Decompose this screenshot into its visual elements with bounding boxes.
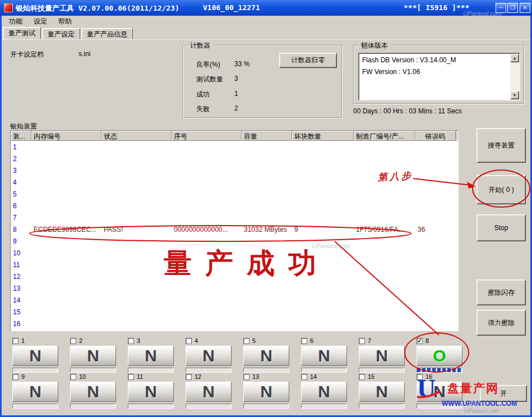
port-progress-bar (12, 404, 58, 409)
port-checkbox-14[interactable] (301, 374, 307, 380)
header-capacity[interactable]: 容量 (242, 131, 292, 141)
table-cell: 31032 MBytes (242, 226, 292, 233)
port-status-plate: N (186, 346, 232, 366)
table-row[interactable]: 10 (11, 247, 458, 259)
close-icon[interactable]: ✕ (520, 3, 530, 13)
table-row[interactable]: 8ECDEDE9898CEC...PASS!0000000000000...31… (11, 223, 458, 235)
config-file-label: 开卡设定档 (10, 50, 44, 59)
window-title: 银灿科技量产工具 V2.07.00.06(2011/12/23) (16, 3, 179, 13)
tab-production-settings[interactable]: 量产设定 (42, 28, 80, 39)
row-number: 14 (11, 296, 31, 304)
maximize-icon[interactable]: ❐ (507, 3, 518, 13)
tab-production-test[interactable]: 量产测试 (3, 27, 41, 39)
table-row[interactable]: 2 (11, 153, 458, 164)
header-bad-blocks[interactable]: 坏块数量 (292, 131, 354, 141)
search-device-button[interactable]: 搜寻装置 (477, 128, 526, 163)
table-row[interactable]: 16 (11, 318, 458, 329)
port-checkbox-16[interactable] (417, 374, 423, 380)
tab-strip: 量产测试 量产设定 量产产品信息 (3, 27, 134, 39)
port-progress-bar (417, 404, 462, 409)
minimize-icon[interactable]: ─ (496, 3, 506, 13)
port-checkbox-13[interactable] (243, 374, 249, 380)
port-checkbox-15[interactable] (359, 374, 365, 380)
table-row[interactable]: 13 (11, 282, 458, 294)
table-row[interactable]: 15 (11, 306, 458, 318)
table-row[interactable]: 1 (11, 141, 458, 153)
erase-flash-button[interactable]: 擦除闪存 (477, 279, 526, 305)
table-row[interactable]: 5 (11, 188, 458, 200)
scroll-up-icon[interactable]: ▲ (510, 54, 519, 62)
header-serial[interactable]: 序号 (172, 131, 242, 141)
config-file-value: s.ini (78, 50, 90, 58)
port-status-letter: N (29, 346, 41, 365)
table-row[interactable]: 9 (11, 235, 458, 247)
window-border-left (0, 16, 2, 417)
table-row[interactable]: 14 (11, 294, 458, 306)
header-error-code[interactable]: 错误码 (415, 131, 456, 141)
row-number: 3 (11, 167, 31, 175)
table-row[interactable]: 7 (11, 212, 458, 223)
menu-item-help[interactable]: 帮助 (53, 16, 77, 28)
header-status[interactable]: 状态 (101, 131, 172, 141)
table-row[interactable]: 4 (11, 176, 458, 188)
row-number: 4 (11, 178, 31, 186)
port-status-letter: O (433, 346, 446, 365)
port-progress-bar (301, 368, 347, 373)
stop-button[interactable]: Stop (477, 214, 526, 241)
port-progress-bar (359, 404, 405, 409)
table-row[interactable]: 11 (11, 259, 458, 271)
row-number: 11 (11, 261, 31, 269)
header-vendor-id[interactable]: 制造厂编号/产... (354, 131, 415, 141)
header-memory-id[interactable]: 内存编号 (31, 131, 101, 141)
row-number: 2 (11, 155, 31, 163)
port-progress-bar (70, 404, 116, 409)
tested-count-value: 3 (234, 75, 238, 83)
table-row[interactable]: 3 (11, 164, 458, 176)
port-checkbox-2[interactable] (70, 338, 76, 344)
table-row[interactable]: 12 (11, 271, 458, 282)
port-status-letter: N (376, 346, 388, 365)
port-checkbox-10[interactable] (70, 374, 76, 380)
port-checkbox-3[interactable] (128, 338, 134, 344)
port-number: 12 (195, 373, 201, 380)
port-checkbox-12[interactable] (186, 374, 192, 380)
port-status-plate: N (70, 346, 116, 366)
exit-button[interactable]: 开 (480, 385, 527, 402)
firmware-scrollbar[interactable]: ▲ ▼ (510, 54, 519, 99)
port-status-letter: N (29, 382, 41, 401)
port-checkbox-5[interactable] (243, 338, 249, 344)
port-progress-bar (70, 368, 116, 373)
counter-groupbox: 计数器 良率(%) 33 % 测试数量 3 成功 1 失败 2 计数器归零 (182, 45, 342, 118)
force-erase-button[interactable]: 强力擦除 (477, 310, 526, 336)
port-status-letter: N (318, 382, 330, 401)
header-device[interactable]: 装... (11, 131, 31, 141)
port-indicator-9: 9N (12, 373, 58, 409)
start-button[interactable]: 开始( 0 ) (477, 175, 526, 204)
port-progress-bar (243, 404, 289, 409)
port-checkbox-1[interactable] (12, 338, 18, 344)
port-indicator-1: 1N (12, 337, 58, 373)
port-progress-bar (359, 368, 405, 373)
row-number: 16 (11, 320, 31, 328)
port-checkbox-7[interactable] (359, 338, 365, 344)
port-status-letter: N (260, 346, 272, 365)
menu-item-settings[interactable]: 设定 (29, 16, 52, 28)
menu-item-function[interactable]: 功能 (4, 16, 27, 28)
app-icon[interactable] (4, 3, 13, 12)
port-status-plate: N (359, 346, 405, 366)
port-checkbox-11[interactable] (128, 374, 134, 380)
port-indicator-2: 2N (70, 337, 116, 373)
port-number: 10 (79, 373, 86, 380)
port-checkbox-8[interactable]: ✓ (417, 338, 423, 344)
tab-product-info[interactable]: 量产产品信息 (81, 28, 133, 39)
port-checkbox-9[interactable] (12, 374, 18, 380)
port-indicator-16: 16N (417, 373, 462, 409)
table-row[interactable]: 6 (11, 200, 458, 212)
row-number: 7 (11, 214, 31, 222)
port-checkbox-6[interactable] (301, 338, 307, 344)
scroll-down-icon[interactable]: ▼ (510, 91, 519, 99)
counter-reset-button[interactable]: 计数器归零 (279, 53, 337, 68)
row-number: 13 (11, 285, 31, 292)
port-status-plate: N (70, 382, 116, 402)
port-checkbox-4[interactable] (186, 338, 192, 344)
